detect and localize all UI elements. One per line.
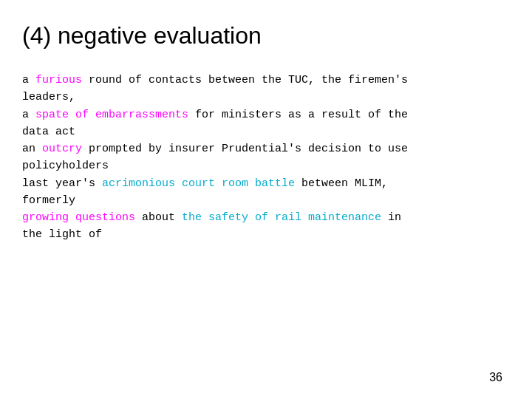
- highlight-growing: growing questions: [22, 211, 135, 224]
- text-line-2: leaders,: [22, 89, 502, 106]
- text-line-7: last year's acrimonious court room battl…: [22, 175, 502, 192]
- text-segment: prompted by insurer Prudential's decisio…: [82, 143, 408, 155]
- highlight-acrimonious: acrimonious court room battle: [102, 177, 295, 190]
- text-segment: in: [381, 211, 401, 224]
- text-line-9: growing questions about the safety of ra…: [22, 209, 502, 226]
- text-line-1: a furious round of contacts between the …: [22, 72, 502, 89]
- text-line-8: formerly: [22, 192, 502, 209]
- highlight-furious: furious: [35, 74, 82, 86]
- text-line-5: an outcry prompted by insurer Prudential…: [22, 140, 502, 157]
- highlight-outcry: outcry: [42, 143, 82, 155]
- text-line-6: policyholders: [22, 157, 502, 174]
- text-segment: between MLIM,: [295, 177, 388, 190]
- highlight-safety: the safety of rail maintenance: [182, 211, 381, 224]
- text-segment: round of contacts between the TUC, the f…: [82, 74, 408, 86]
- text-segment: the light of: [22, 228, 102, 241]
- slide-container: (4) negative evaluation a furious round …: [0, 0, 532, 399]
- text-segment: last year's: [22, 177, 102, 190]
- slide-title: (4) negative evaluation: [22, 22, 502, 50]
- text-segment: a: [22, 74, 35, 86]
- text-line-4: data act: [22, 123, 502, 140]
- text-line-10: the light of: [22, 226, 502, 243]
- text-segment: for ministers as a result of the: [188, 109, 408, 121]
- page-number: 36: [489, 371, 502, 384]
- highlight-spate: spate of embarrassments: [35, 109, 188, 121]
- text-segment: an: [22, 143, 42, 155]
- text-line-3: a spate of embarrassments for ministers …: [22, 106, 502, 123]
- text-segment: leaders,: [22, 91, 75, 103]
- text-segment: data act: [22, 126, 75, 138]
- text-segment: policyholders: [22, 160, 109, 172]
- content-area: a furious round of contacts between the …: [22, 72, 502, 244]
- text-segment: a: [22, 109, 35, 121]
- text-segment: formerly: [22, 194, 75, 207]
- text-segment: about: [135, 211, 182, 224]
